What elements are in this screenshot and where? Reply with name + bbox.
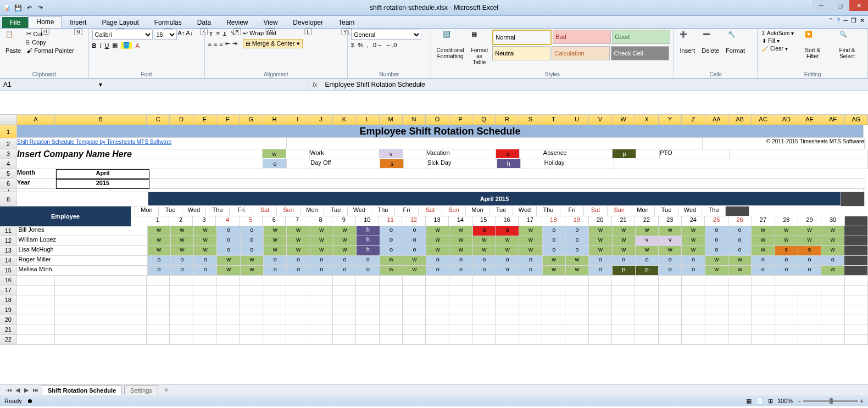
cell[interactable]: [380, 295, 403, 305]
cell[interactable]: o: [333, 256, 357, 266]
cell[interactable]: [542, 335, 565, 345]
cell[interactable]: [380, 286, 403, 295]
cell[interactable]: [519, 335, 542, 345]
cell[interactable]: [705, 276, 728, 286]
cell[interactable]: a: [496, 149, 520, 159]
align-center-icon[interactable]: ≡: [214, 41, 217, 47]
macro-record-icon[interactable]: ⏺: [27, 398, 33, 404]
cell[interactable]: s: [775, 246, 798, 256]
cell[interactable]: [356, 325, 379, 335]
grow-font-icon[interactable]: A↑: [178, 30, 185, 40]
cell[interactable]: [170, 305, 193, 315]
cell[interactable]: [216, 286, 240, 295]
cell[interactable]: Wed: [182, 206, 206, 216]
cell[interactable]: o: [194, 266, 217, 276]
employee-name[interactable]: Roger Miller: [17, 256, 148, 266]
cell[interactable]: 9: [332, 216, 355, 226]
col-header-AE[interactable]: AE: [798, 115, 821, 125]
cell[interactable]: [426, 286, 449, 295]
legend-label-a[interactable]: Absence: [543, 149, 613, 159]
cell[interactable]: o: [287, 266, 310, 276]
cell[interactable]: 23: [659, 216, 682, 226]
cell[interactable]: [356, 335, 379, 345]
row-header-20[interactable]: 20: [0, 315, 17, 325]
dec-decimal-icon[interactable]: ←.0: [386, 42, 397, 48]
cell[interactable]: [449, 295, 472, 305]
cell[interactable]: o: [682, 266, 705, 276]
cell[interactable]: 30: [821, 216, 844, 226]
cell[interactable]: [752, 325, 775, 335]
cell[interactable]: w: [148, 246, 171, 256]
cell[interactable]: [17, 305, 55, 315]
cell[interactable]: [659, 276, 682, 286]
cell[interactable]: o: [566, 246, 589, 256]
cell[interactable]: o: [217, 236, 240, 246]
cell[interactable]: o: [566, 226, 589, 236]
employee-name[interactable]: Mellisa Minh: [17, 266, 148, 276]
cell[interactable]: [612, 325, 635, 335]
cell[interactable]: Insert Company Name Here: [17, 149, 263, 159]
style-normal[interactable]: Normal: [492, 30, 552, 45]
cell[interactable]: h: [497, 159, 521, 169]
cell[interactable]: [216, 315, 240, 325]
cell[interactable]: [752, 305, 775, 315]
cell[interactable]: [705, 305, 728, 315]
cell[interactable]: [496, 276, 519, 286]
underline-button[interactable]: U: [105, 42, 109, 49]
cell[interactable]: [472, 295, 496, 305]
cell[interactable]: April: [56, 169, 149, 179]
row-header-14[interactable]: 14: [0, 256, 17, 266]
cell[interactable]: [216, 325, 240, 335]
cell[interactable]: Mon: [631, 206, 655, 216]
cell[interactable]: w: [473, 246, 496, 256]
cell[interactable]: [821, 315, 844, 325]
border-button[interactable]: ▦: [112, 42, 118, 49]
col-header-O[interactable]: O: [426, 115, 449, 125]
worksheet-grid[interactable]: ABCDEFGHIJKLMNOPQRSTUVWXYZAAABACADAEAFAG…: [0, 115, 868, 384]
cell[interactable]: Wed: [678, 206, 702, 216]
cell[interactable]: o: [566, 236, 589, 246]
cell[interactable]: [798, 295, 821, 305]
cell[interactable]: 5: [240, 216, 263, 226]
cell[interactable]: [612, 335, 635, 345]
cell[interactable]: w: [496, 236, 519, 246]
cell[interactable]: [472, 325, 496, 335]
cell[interactable]: [426, 325, 449, 335]
cell[interactable]: w: [566, 266, 589, 276]
cell[interactable]: w: [613, 236, 636, 246]
cell[interactable]: [309, 295, 332, 305]
cell[interactable]: w: [752, 246, 775, 256]
qat-save-icon[interactable]: 💾: [13, 3, 23, 13]
cell[interactable]: w: [659, 246, 682, 256]
row-header-4[interactable]: 4: [0, 159, 17, 169]
cell[interactable]: [542, 286, 565, 295]
cell[interactable]: o: [798, 256, 821, 266]
maximize-button[interactable]: ▢: [831, 0, 849, 11]
cell[interactable]: o: [682, 256, 705, 266]
cell[interactable]: o: [357, 256, 380, 266]
cell[interactable]: v: [380, 149, 403, 159]
cell[interactable]: [728, 276, 752, 286]
cell[interactable]: 26: [728, 216, 752, 226]
cell[interactable]: o: [589, 256, 612, 266]
sheet-tab-settings[interactable]: Settings: [124, 385, 158, 395]
cell[interactable]: [496, 286, 519, 295]
cell[interactable]: w: [543, 256, 566, 266]
cell[interactable]: [286, 295, 309, 305]
cell[interactable]: [286, 335, 309, 345]
cell[interactable]: 22: [635, 216, 658, 226]
cell[interactable]: [170, 286, 193, 295]
cell[interactable]: [240, 325, 263, 335]
cell[interactable]: Year: [17, 179, 56, 189]
style-calculation[interactable]: Calculation: [552, 46, 610, 60]
cell[interactable]: [240, 295, 263, 305]
cell[interactable]: w: [264, 226, 287, 236]
cell[interactable]: [55, 286, 146, 295]
cell[interactable]: 20: [589, 216, 612, 226]
cell[interactable]: [682, 325, 705, 335]
cell[interactable]: [472, 335, 496, 345]
cell[interactable]: [380, 315, 403, 325]
cell[interactable]: [193, 305, 216, 315]
cell[interactable]: o: [543, 226, 566, 236]
cell[interactable]: [309, 286, 332, 295]
